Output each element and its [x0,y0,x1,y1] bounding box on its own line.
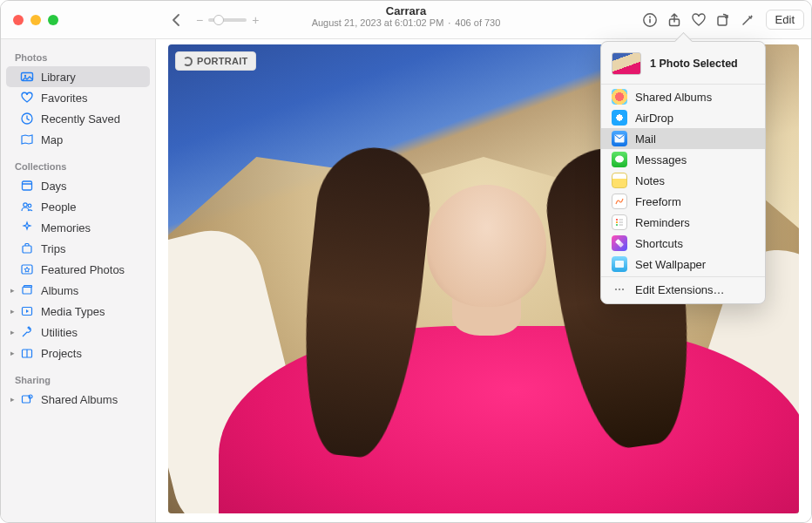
share-item-label: Edit Extensions… [635,283,725,296]
chevron-right-icon[interactable]: ▸ [8,328,17,336]
sidebar-item-map[interactable]: Map [6,129,150,150]
minimize-window-button[interactable] [30,15,41,25]
svg-point-34 [622,289,624,290]
sidebar-item-projects[interactable]: ▸ Projects [6,343,150,363]
fullscreen-window-button[interactable] [48,15,58,25]
chevron-right-icon[interactable]: ▸ [8,395,17,404]
close-window-button[interactable] [13,15,24,25]
sidebar-item-media-types[interactable]: ▸ Media Types [6,301,150,322]
zoom-control[interactable]: − + [196,13,259,27]
share-item-label: Notes [635,174,665,187]
svg-rect-2 [649,18,651,23]
share-popover-header: 1 Photo Selected [601,47,765,82]
rotate-button[interactable] [712,9,734,31]
sidebar-item-label: Projects [41,347,82,360]
auto-enhance-button[interactable] [736,9,759,31]
sidebar-item-label: Featured Photos [41,263,125,276]
info-button[interactable] [639,9,661,31]
reminders-app-icon [612,214,627,230]
star-rect-icon [20,262,34,276]
titlebar: − + Carrara August 21, 2023 at 6:01:02 P… [1,1,811,39]
sidebar-item-label: Library [41,71,76,84]
zoom-in-icon[interactable]: + [252,13,259,27]
sidebar-item-label: Trips [41,242,65,255]
sidebar-item-days[interactable]: Days [6,175,150,196]
share-item-edit-extensions[interactable]: Edit Extensions… [601,279,765,300]
freeform-app-icon [612,194,627,209]
sidebar-item-label: Map [41,133,63,146]
share-item-label: Shared Albums [635,91,712,104]
share-item-label: Set Wallpaper [635,258,706,271]
wrench-icon [20,325,34,339]
share-item-reminders[interactable]: Reminders [601,212,765,233]
sidebar-item-trips[interactable]: Trips [6,238,150,259]
share-item-label: Shortcuts [635,237,683,250]
chevron-right-icon[interactable]: ▸ [8,307,17,316]
chevron-right-icon[interactable]: ▸ [8,349,17,357]
sidebar-item-library[interactable]: Library [6,66,150,87]
svg-rect-12 [23,246,31,253]
sidebar-item-label: Recently Saved [41,112,120,126]
back-button[interactable] [165,9,187,31]
shortcuts-app-icon [612,235,627,251]
sidebar-item-label: Days [41,180,67,193]
sidebar-item-albums[interactable]: ▸ Albums [6,280,150,301]
svg-point-23 [616,219,618,221]
svg-point-22 [615,156,624,163]
shared-album-icon [20,392,34,406]
edit-button[interactable]: Edit [766,10,804,30]
share-item-notes[interactable]: Notes [601,170,765,191]
svg-point-1 [649,16,651,17]
sidebar-header-photos: Photos [1,50,155,66]
sidebar-item-featured-photos[interactable]: Featured Photos [6,259,150,280]
toolbar-left: − + [156,9,259,31]
share-popover: 1 Photo Selected Shared Albums AirDrop M… [600,41,766,304]
share-item-shared-albums[interactable]: Shared Albums [601,86,765,107]
sidebar-item-recently-saved[interactable]: Recently Saved [6,108,150,129]
map-icon [20,132,34,146]
share-item-airdrop[interactable]: AirDrop [601,107,765,128]
favorite-button[interactable] [687,9,710,31]
sidebar-item-label: Favorites [41,92,87,105]
share-item-freeform[interactable]: Freeform [601,191,765,212]
svg-point-6 [24,75,26,77]
heart-icon [20,91,34,105]
separator [601,84,765,85]
window-controls [1,15,156,25]
sidebar-item-people[interactable]: People [6,196,150,217]
share-item-set-wallpaper[interactable]: Set Wallpaper [601,254,765,275]
sparkle-icon [20,221,34,234]
album-icon [20,283,34,297]
sidebar-header-sharing: Sharing [1,372,155,389]
sidebar-item-label: Utilities [41,326,78,339]
photo-index: 406 of 730 [455,17,500,28]
zoom-out-icon[interactable]: − [196,13,203,27]
photo-subtitle: August 21, 2023 at 6:01:02 PM·406 of 730 [312,17,501,28]
svg-point-33 [619,289,620,290]
media-icon [20,304,34,318]
svg-rect-8 [23,181,32,190]
svg-point-24 [616,221,618,223]
sidebar-item-utilities[interactable]: ▸ Utilities [6,322,150,343]
sidebar-item-shared-albums[interactable]: ▸ Shared Albums [6,389,150,410]
sidebar-item-label: Memories [41,221,91,234]
portrait-icon [183,57,193,66]
calendar-icon [20,179,34,193]
chevron-right-icon[interactable]: ▸ [8,286,17,295]
share-selection-label: 1 Photo Selected [650,58,738,70]
sidebar-header-collections: Collections [1,159,155,175]
share-item-shortcuts[interactable]: Shortcuts [601,233,765,254]
sidebar-item-memories[interactable]: Memories [6,217,150,238]
share-item-messages[interactable]: Messages [601,149,765,170]
share-item-mail[interactable]: Mail [601,128,765,149]
sidebar-item-favorites[interactable]: Favorites [6,87,150,108]
share-button[interactable] [663,9,686,31]
portrait-badge: PORTRAIT [175,51,256,71]
sidebar-item-label: Albums [41,284,78,297]
svg-point-10 [24,203,27,207]
mail-app-icon [612,131,627,146]
people-icon [20,200,34,214]
share-item-label: AirDrop [635,112,673,125]
zoom-slider[interactable] [208,18,247,22]
sidebar-item-label: Shared Albums [41,393,118,406]
